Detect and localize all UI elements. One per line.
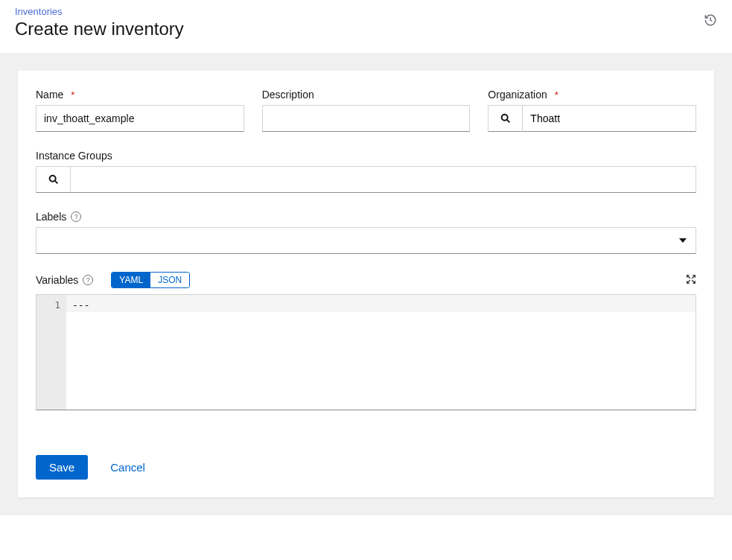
labels-label: Labels ?: [36, 211, 696, 223]
editor-gutter: 1: [36, 295, 66, 410]
labels-label-text: Labels: [36, 211, 66, 223]
breadcrumb-inventories-link[interactable]: Inventories: [15, 6, 63, 17]
svg-point-0: [502, 115, 508, 121]
search-icon: [48, 174, 60, 185]
description-input[interactable]: [262, 105, 471, 132]
organization-lookup: [488, 105, 696, 132]
svg-line-7: [692, 280, 695, 283]
variables-editor[interactable]: 1 ---: [36, 294, 696, 410]
instance-groups-label-text: Instance Groups: [36, 150, 112, 162]
svg-line-4: [687, 275, 690, 278]
history-icon[interactable]: [704, 13, 717, 29]
code-line-1: ---: [66, 295, 696, 312]
svg-line-1: [507, 120, 510, 123]
expand-icon[interactable]: [686, 274, 696, 287]
instance-groups-label: Instance Groups: [36, 150, 696, 162]
variables-label: Variables ?: [36, 274, 93, 286]
description-label: Description: [262, 89, 471, 101]
format-toggle: YAML JSON: [111, 272, 190, 288]
organization-lookup-button[interactable]: [488, 105, 522, 132]
organization-label: Organization*: [488, 89, 696, 101]
name-label-text: Name: [36, 89, 63, 101]
page-header: Inventories Create new inventory: [0, 0, 732, 53]
toggle-json-button[interactable]: JSON: [150, 273, 189, 287]
instance-groups-lookup-button[interactable]: [36, 166, 70, 193]
svg-line-6: [687, 280, 690, 283]
organization-label-text: Organization: [488, 89, 547, 101]
name-label: Name*: [36, 89, 244, 101]
editor-content[interactable]: ---: [66, 295, 696, 410]
form-row-2: Instance Groups: [36, 150, 696, 193]
cancel-button[interactable]: Cancel: [110, 461, 145, 474]
help-icon[interactable]: ?: [83, 275, 93, 285]
page-title: Create new inventory: [15, 19, 717, 39]
form-actions: Save Cancel: [36, 455, 696, 480]
svg-point-2: [49, 176, 55, 182]
organization-input[interactable]: [522, 105, 696, 132]
required-asterisk: *: [71, 89, 74, 101]
variables-label-text: Variables: [36, 274, 78, 286]
labels-select[interactable]: [36, 227, 696, 254]
description-group: Description: [262, 89, 471, 132]
instance-groups-lookup: [36, 166, 696, 193]
gutter-line-1: 1: [36, 299, 60, 311]
required-asterisk: *: [555, 89, 558, 101]
help-icon[interactable]: ?: [71, 211, 81, 222]
chevron-down-icon: [679, 238, 687, 243]
toggle-yaml-button[interactable]: YAML: [112, 273, 150, 287]
labels-group: Labels ?: [36, 211, 696, 254]
instance-groups-input[interactable]: [70, 166, 696, 193]
instance-groups-group: Instance Groups: [36, 150, 696, 193]
breadcrumb: Inventories: [15, 6, 717, 17]
save-button[interactable]: Save: [36, 455, 88, 480]
form-card: Name* Description Organization*: [18, 71, 714, 497]
description-label-text: Description: [262, 89, 314, 101]
form-row-1: Name* Description Organization*: [36, 89, 696, 132]
svg-line-5: [692, 275, 695, 278]
page-body: Name* Description Organization*: [0, 53, 732, 515]
variables-header: Variables ? YAML JSON: [36, 272, 696, 288]
name-input[interactable]: [36, 105, 244, 132]
name-group: Name*: [36, 89, 244, 132]
organization-group: Organization*: [488, 89, 696, 132]
svg-line-3: [54, 181, 57, 184]
search-icon: [500, 112, 512, 124]
